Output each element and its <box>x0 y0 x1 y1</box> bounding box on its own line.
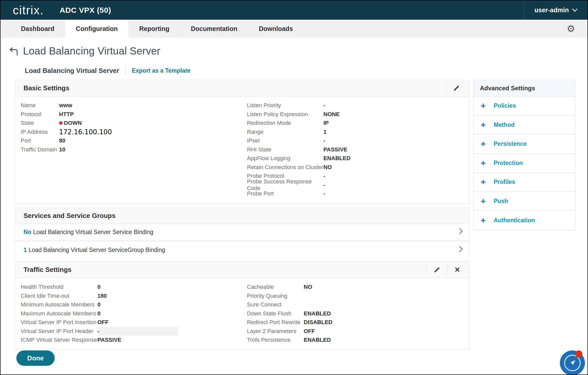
field-value: 180 <box>97 293 107 299</box>
field-row-trofs-persistence: Trofs PersistenceENABLED <box>247 336 332 345</box>
services-title: Services and Service Groups <box>24 212 116 220</box>
advanced-item-label: Protection <box>494 160 523 167</box>
field-row-ipset: IPset- <box>247 136 350 145</box>
field-row-redirection-mode: Redirection ModeIP <box>247 119 350 128</box>
back-arrow-icon[interactable] <box>8 47 18 56</box>
done-button[interactable]: Done <box>16 350 55 366</box>
basic-settings-title: Basic Settings <box>24 84 69 92</box>
field-label: Minimum Autoscale Members <box>21 301 97 308</box>
service-binding-row[interactable]: 1Load Balancing Virtual Server ServiceGr… <box>15 242 469 258</box>
field-row-sure-connect: Sure Connect <box>247 300 332 309</box>
field-label: Redirect Port Rewrite <box>247 319 304 326</box>
field-label: Name <box>21 102 59 109</box>
field-value: NO <box>323 164 332 171</box>
close-icon[interactable]: ✕ <box>454 266 460 274</box>
traffic-settings-panel: Traffic Settings ✕ Health Threshold0Clie… <box>15 261 469 350</box>
tab-documentation[interactable]: Documentation <box>180 20 248 38</box>
header-divider <box>447 265 448 275</box>
field-row-maximum-autoscale-members: Maximum Autoscale Members0 <box>21 309 178 318</box>
field-label: Probe Success Response Code <box>247 178 323 192</box>
field-row-probe-port: Probe Port- <box>247 189 350 198</box>
traffic-settings-right-column: CacheableNOPriority QueuingSure ConnectD… <box>247 283 332 345</box>
field-label: Redirection Mode <box>247 120 323 126</box>
advanced-item-persistence[interactable]: +Persistence <box>474 135 575 154</box>
advanced-item-label: Method <box>494 122 515 128</box>
traffic-settings-left-column: Health Threshold0Client Idle Time-out180… <box>21 283 178 345</box>
chevron-right-icon <box>459 246 463 254</box>
field-label: Retain Connections on Cluster <box>247 164 323 171</box>
binding-label: Load Balancing Virtual Server Service Bi… <box>33 229 153 236</box>
field-value: - <box>97 327 178 336</box>
edit-pencil-icon[interactable] <box>433 266 441 274</box>
plus-icon: + <box>480 177 487 187</box>
gear-icon[interactable]: ⚙ <box>567 20 575 38</box>
services-rows: NoLoad Balancing Virtual Server Service … <box>15 224 469 258</box>
field-label: Maximum Autoscale Members <box>21 310 97 317</box>
field-value: - <box>323 102 325 109</box>
tab-reporting[interactable]: Reporting <box>128 20 180 38</box>
field-label: Client Idle Time-out <box>21 293 97 299</box>
basic-settings-right-column: Listen Priority-Listen Policy Expression… <box>247 101 350 198</box>
field-label: RHI State <box>247 146 323 153</box>
advanced-item-protection[interactable]: +Protection <box>474 154 575 173</box>
field-label: Traffic Domain <box>21 146 59 153</box>
field-value: ENABLED <box>304 337 331 343</box>
field-value: PASSIVE <box>323 146 347 153</box>
navigation-arrow-icon <box>568 359 577 367</box>
field-label: Protocol <box>21 111 59 118</box>
binding-count: 1 <box>24 247 27 253</box>
advanced-item-label: Persistence <box>494 140 527 147</box>
field-row-icmp-virtual-server-response: ICMP Virtual Server ResponsePASSIVE <box>21 336 178 345</box>
field-label: Trofs Persistence <box>247 337 304 343</box>
advanced-item-push[interactable]: +Push <box>474 192 575 211</box>
binding-label: Load Balancing Virtual Server ServiceGro… <box>29 247 165 253</box>
field-label: ICMP Virtual Server Response <box>21 337 97 343</box>
advanced-item-method[interactable]: +Method <box>474 116 575 135</box>
field-value: OFF <box>97 319 109 326</box>
main-nav: DashboardConfigurationReportingDocumenta… <box>1 20 587 38</box>
advanced-item-policies[interactable]: +Policies <box>474 96 575 116</box>
field-label: State <box>21 120 59 126</box>
field-value: 0 <box>97 310 100 317</box>
field-row-appflow-logging: AppFlow LoggingENABLED <box>247 154 350 163</box>
field-row-protocol: ProtocolHTTP <box>21 110 112 119</box>
field-value: IP <box>323 120 329 126</box>
field-row-down-state-flush: Down State FlushENABLED <box>247 309 332 318</box>
field-label: Layer 2 Parameters <box>247 328 304 335</box>
traffic-settings-title: Traffic Settings <box>24 266 72 274</box>
user-name: user-admin <box>534 6 569 14</box>
field-label: Probe Port <box>247 190 323 197</box>
field-row-state: StateDOWN <box>21 119 112 128</box>
field-row-layer-2-parameters: Layer 2 ParametersOFF <box>247 327 332 336</box>
plus-icon: + <box>480 120 487 130</box>
field-label: Listen Priority <box>247 102 323 109</box>
export-template-link[interactable]: Export as a Template <box>132 67 190 74</box>
tab-configuration[interactable]: Configuration <box>65 20 129 38</box>
tab-dashboard[interactable]: Dashboard <box>10 20 65 38</box>
field-value: NO <box>304 284 312 290</box>
advanced-item-label: Push <box>494 198 508 205</box>
user-menu[interactable]: user-admin <box>524 1 587 20</box>
field-label: Virtual Server IP Port Insertion <box>21 319 97 326</box>
advanced-item-profiles[interactable]: +Profiles <box>474 173 575 192</box>
help-compass-button[interactable] <box>560 350 585 375</box>
field-value: - <box>323 173 325 179</box>
field-value: 10 <box>59 146 65 153</box>
plus-icon: + <box>480 139 487 149</box>
service-binding-row[interactable]: NoLoad Balancing Virtual Server Service … <box>15 224 469 240</box>
advanced-item-authentication[interactable]: +Authentication <box>474 211 575 230</box>
subtab-load-balancing-virtual-server[interactable]: Load Balancing Virtual Server <box>25 67 119 75</box>
field-row-virtual-server-ip-port-header: Virtual Server IP Port Header- <box>21 327 178 336</box>
tab-downloads[interactable]: Downloads <box>248 20 303 38</box>
field-value: 0 <box>97 301 100 308</box>
field-row-cacheable: CacheableNO <box>247 283 332 292</box>
advanced-item-label: Policies <box>494 102 516 109</box>
field-label: Virtual Server IP Port Header <box>21 328 97 335</box>
edit-pencil-icon[interactable] <box>453 84 460 92</box>
advanced-settings-panel: Advanced Settings +Policies+Method+Persi… <box>473 80 575 230</box>
field-value: - <box>323 190 325 197</box>
citrix-logo[interactable]: citrix. <box>13 3 44 17</box>
field-row-client-idle-time-out: Client Idle Time-out180 <box>21 292 178 301</box>
page-title-row: Load Balancing Virtual Server <box>8 45 160 57</box>
field-value: DOWN <box>59 120 82 126</box>
